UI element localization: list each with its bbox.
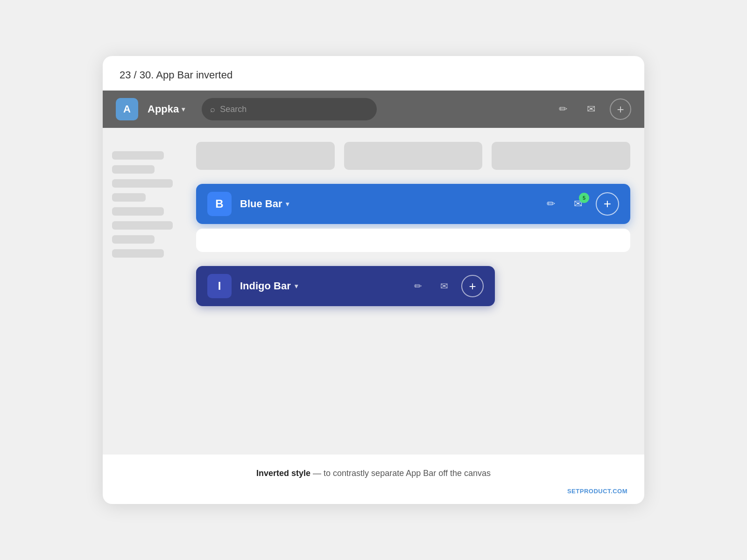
bottom-caption: Inverted style — to contrastly separate … bbox=[103, 455, 644, 483]
skeleton-line bbox=[112, 221, 173, 230]
indigo-bar-title: Indigo Bar ▾ bbox=[240, 280, 298, 292]
blue-bar-mail-wrapper[interactable]: ✉ 5 bbox=[569, 195, 587, 213]
top-skeleton-row bbox=[196, 142, 630, 170]
skeleton-line bbox=[112, 193, 146, 202]
indigo-bar-mail-button[interactable]: ✉ bbox=[435, 277, 453, 295]
gray-bar-avatar: A bbox=[116, 98, 138, 120]
card: 23 / 30. App Bar inverted A Appka ▾ ⌕ ✏ … bbox=[103, 56, 644, 504]
skeleton-line bbox=[112, 249, 164, 258]
blue-bar-avatar: B bbox=[207, 192, 232, 216]
gray-bar-pencil-button[interactable]: ✏ bbox=[554, 100, 572, 119]
indigo-bar-plus-button[interactable]: + bbox=[461, 275, 484, 297]
main-content: B Blue Bar ▾ ✏ ✉ 5 + I Indigo bbox=[182, 142, 644, 455]
skeleton-line bbox=[112, 235, 155, 244]
skeleton-block bbox=[344, 142, 483, 170]
canvas: B Blue Bar ▾ ✏ ✉ 5 + I Indigo bbox=[103, 128, 644, 455]
blue-bar-title: Blue Bar ▾ bbox=[240, 198, 289, 210]
caption-bold: Inverted style bbox=[256, 469, 310, 478]
gray-app-bar: A Appka ▾ ⌕ ✏ ✉ + bbox=[103, 91, 644, 128]
gray-bar-search[interactable]: ⌕ bbox=[202, 98, 377, 120]
skeleton-block bbox=[492, 142, 630, 170]
skeleton-line bbox=[112, 151, 164, 160]
search-input[interactable] bbox=[220, 105, 368, 114]
page-label: 23 / 30. App Bar inverted bbox=[103, 56, 644, 91]
caption-rest: — to contrastly separate App Bar off the… bbox=[310, 469, 491, 478]
indigo-bar-avatar: I bbox=[207, 274, 232, 298]
skeleton-block bbox=[196, 142, 335, 170]
gray-bar-app-name: Appka ▾ bbox=[148, 103, 185, 115]
blue-app-bar: B Blue Bar ▾ ✏ ✉ 5 + bbox=[196, 184, 630, 224]
skeleton-line bbox=[112, 179, 173, 188]
skeleton-line bbox=[112, 165, 155, 174]
skeleton-line bbox=[112, 207, 164, 216]
search-icon: ⌕ bbox=[210, 105, 215, 114]
blue-bar-pencil-button[interactable]: ✏ bbox=[542, 195, 560, 213]
sidebar-skeleton bbox=[103, 142, 182, 455]
gray-bar-mail-button[interactable]: ✉ bbox=[582, 100, 600, 119]
indigo-bar-pencil-button[interactable]: ✏ bbox=[409, 277, 427, 295]
blue-bar-chevron-icon: ▾ bbox=[286, 200, 289, 208]
footer: SETPRODUCT.COM bbox=[103, 483, 644, 504]
gray-bar-plus-button[interactable]: + bbox=[610, 98, 631, 120]
indigo-app-bar: I Indigo Bar ▾ ✏ ✉ + bbox=[196, 266, 495, 306]
blue-bar-content-area bbox=[196, 229, 630, 252]
blue-bar-plus-button[interactable]: + bbox=[596, 192, 619, 216]
gray-bar-chevron-icon: ▾ bbox=[182, 105, 185, 113]
indigo-bar-chevron-icon: ▾ bbox=[295, 282, 298, 290]
notification-badge: 5 bbox=[579, 193, 589, 203]
